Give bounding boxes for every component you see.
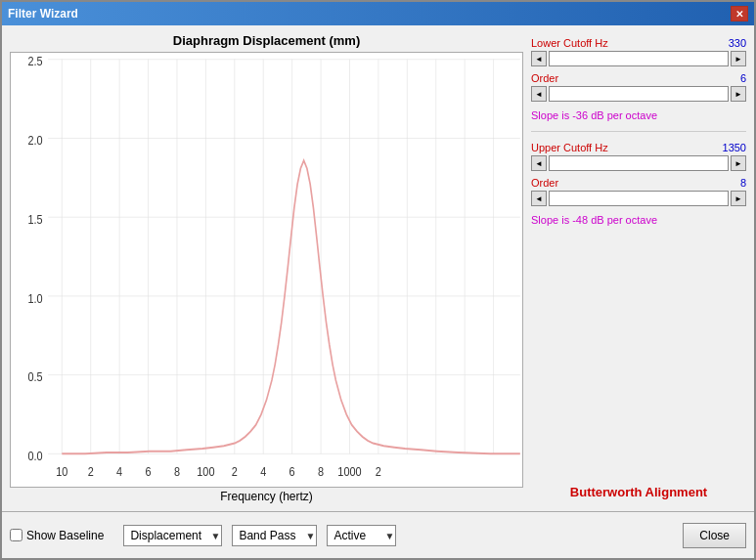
svg-text:2: 2: [88, 464, 94, 479]
upper-cutoff-value: 1350: [723, 142, 746, 153]
title-bar: Filter Wizard ✕: [2, 2, 754, 25]
order2-track[interactable]: [549, 191, 729, 206]
close-button[interactable]: Close: [683, 523, 746, 548]
dropdown1-wrapper: Displacement Velocity Acceleration ▼: [123, 525, 222, 546]
dropdown2-wrapper: Band Pass Low Pass High Pass Notch ▼: [232, 525, 317, 546]
lower-cutoff-label-row: Lower Cutoff Hz 330: [531, 37, 746, 49]
order2-value: 8: [740, 177, 746, 189]
lower-cutoff-control: Lower Cutoff Hz 330 ◄ ►: [531, 37, 746, 66]
upper-cutoff-control: Upper Cutoff Hz 1350 ◄ ►: [531, 142, 746, 171]
chart-area: Diaphragm Displacement (mm): [10, 33, 523, 503]
show-baseline-wrapper: Show Baseline: [10, 529, 104, 542]
lower-cutoff-left-arrow[interactable]: ◄: [531, 51, 547, 66]
svg-text:100: 100: [197, 464, 214, 479]
svg-text:6: 6: [146, 464, 152, 479]
upper-cutoff-left-arrow[interactable]: ◄: [531, 155, 547, 171]
window-close-button[interactable]: ✕: [731, 6, 748, 22]
svg-text:1.0: 1.0: [28, 291, 43, 306]
order2-control: Order 8 ◄ ►: [531, 177, 746, 206]
order1-left-arrow[interactable]: ◄: [531, 86, 547, 102]
svg-text:4: 4: [260, 464, 266, 479]
svg-text:2: 2: [376, 464, 381, 479]
svg-text:10: 10: [56, 464, 67, 479]
order2-right-arrow[interactable]: ►: [731, 191, 746, 206]
order1-label: Order: [531, 72, 558, 84]
lower-cutoff-right-arrow[interactable]: ►: [731, 51, 746, 66]
controls-panel: Lower Cutoff Hz 330 ◄ ► Order 6 ◄: [531, 33, 746, 503]
chart-xlabel: Frequency (hertz): [10, 490, 523, 503]
slope-text-2: Slope is -48 dB per octave: [531, 214, 746, 226]
order2-slider-row: ◄ ►: [531, 191, 746, 206]
order2-label-row: Order 8: [531, 177, 746, 189]
svg-text:0.5: 0.5: [28, 369, 43, 384]
order1-track[interactable]: [549, 86, 729, 102]
main-content: Diaphragm Displacement (mm): [2, 25, 754, 511]
chart-svg: 0.0 0.5 1.0 1.5 2.0 2.5 10 2 4 6 8 100 2…: [11, 53, 522, 487]
svg-text:2: 2: [232, 464, 238, 479]
bottom-bar: Show Baseline Displacement Velocity Acce…: [2, 511, 754, 558]
svg-text:8: 8: [174, 464, 180, 479]
svg-text:2.5: 2.5: [28, 54, 43, 68]
upper-cutoff-label: Upper Cutoff Hz: [531, 142, 608, 153]
upper-cutoff-right-arrow[interactable]: ►: [731, 155, 746, 171]
active-passive-dropdown[interactable]: Active Passive: [327, 525, 396, 546]
order2-label: Order: [531, 177, 558, 189]
lower-cutoff-label: Lower Cutoff Hz: [531, 37, 608, 49]
upper-cutoff-label-row: Upper Cutoff Hz 1350: [531, 142, 746, 153]
svg-text:8: 8: [318, 464, 324, 479]
alignment-text: Butterworth Alignment: [531, 485, 746, 499]
order2-left-arrow[interactable]: ◄: [531, 191, 547, 206]
separator-1: [531, 131, 746, 132]
order1-label-row: Order 6: [531, 72, 746, 84]
window-title: Filter Wizard: [8, 7, 78, 21]
lower-cutoff-slider-row: ◄ ►: [531, 51, 746, 66]
upper-cutoff-track[interactable]: [549, 155, 729, 171]
lower-cutoff-track[interactable]: [549, 51, 729, 66]
svg-text:6: 6: [289, 464, 295, 479]
displacement-dropdown[interactable]: Displacement Velocity Acceleration: [123, 525, 222, 546]
upper-cutoff-slider-row: ◄ ►: [531, 155, 746, 171]
show-baseline-label[interactable]: Show Baseline: [26, 529, 104, 542]
order1-right-arrow[interactable]: ►: [731, 86, 746, 102]
order1-slider-row: ◄ ►: [531, 86, 746, 102]
svg-text:0.0: 0.0: [28, 449, 43, 463]
show-baseline-checkbox[interactable]: [10, 529, 22, 541]
svg-text:1000: 1000: [337, 464, 361, 479]
order1-value: 6: [740, 72, 746, 84]
filter-wizard-window: Filter Wizard ✕ Diaphragm Displacement (…: [0, 0, 756, 560]
svg-text:2.0: 2.0: [28, 133, 43, 148]
svg-text:4: 4: [116, 464, 122, 479]
slope-text-1: Slope is -36 dB per octave: [531, 109, 746, 121]
lower-cutoff-value: 330: [729, 37, 746, 49]
chart-title: Diaphragm Displacement (mm): [10, 33, 523, 48]
dropdown3-wrapper: Active Passive ▼: [327, 525, 396, 546]
chart-container: 0.0 0.5 1.0 1.5 2.0 2.5 10 2 4 6 8 100 2…: [10, 52, 523, 488]
filter-type-dropdown[interactable]: Band Pass Low Pass High Pass Notch: [232, 525, 317, 546]
svg-text:1.5: 1.5: [28, 212, 43, 227]
order1-control: Order 6 ◄ ►: [531, 72, 746, 102]
